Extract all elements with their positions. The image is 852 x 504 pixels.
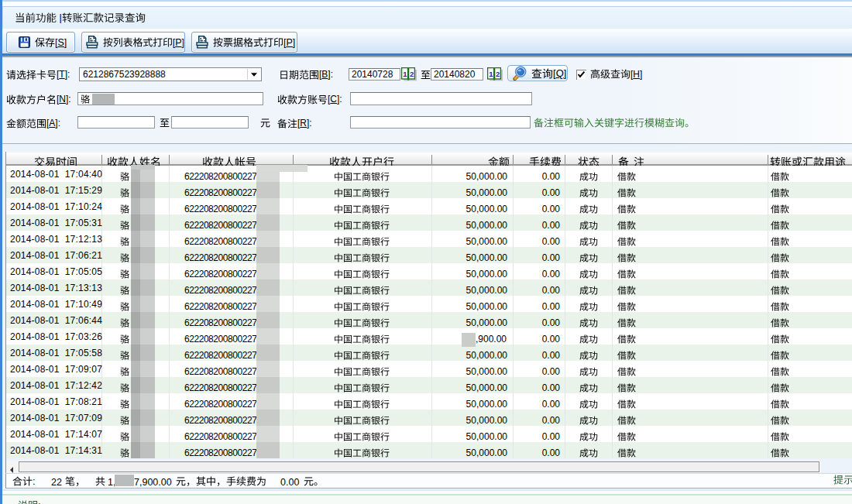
svg-text:1: 1 [403, 70, 407, 78]
svg-text:2: 2 [410, 70, 414, 78]
svg-text:2: 2 [496, 70, 500, 78]
svg-text:1: 1 [489, 70, 493, 78]
